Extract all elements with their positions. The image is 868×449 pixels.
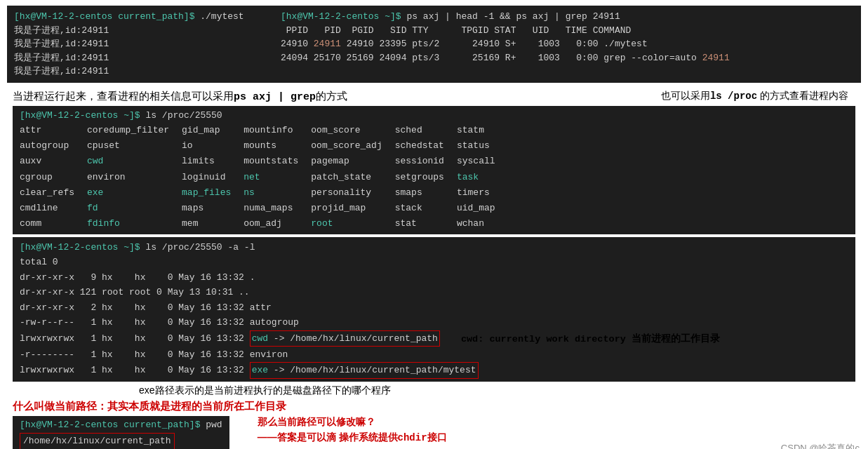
pwd-output-box: /home/hx/linux/current_path	[20, 433, 222, 449]
item-task: task	[457, 170, 495, 185]
ls-al-row-dot: dr-xr-xr-x 9 hx hx 0 May 16 13:32 .	[20, 270, 848, 285]
item-stack: stack	[395, 201, 444, 216]
output-line3: 我是子进程,id:24911	[14, 51, 281, 65]
pwd-cmd: [hx@VM-12-2-centos current_path]$ pwd	[20, 418, 222, 433]
ps-row2: 24094 25170 25169 24094 pts/3 25169 R+ 1…	[281, 51, 854, 65]
item-loginuid: loginuid	[182, 170, 231, 185]
pwd-command: pwd	[200, 420, 222, 430]
section1-title: 当进程运行起来，查看进程的相关信息可以采用ps axj | grep的方式	[13, 90, 347, 103]
item-comm: comm	[20, 216, 74, 232]
page: [hx@VM-12-2-centos current_path]$ ./myte…	[0, 0, 868, 449]
item-smaps: smaps	[395, 185, 444, 201]
item-net: net	[243, 170, 298, 185]
item-limits: limits	[182, 154, 231, 169]
item-sched: sched	[395, 123, 444, 138]
item-stat: stat	[395, 216, 444, 232]
content-area: 当进程运行起来，查看进程的相关信息可以采用ps axj | grep的方式 也可…	[7, 87, 861, 450]
item-fdinfo: fdinfo	[87, 216, 169, 232]
ls-al-row-dotdot: dr-xr-xr-x 121 root root 0 May 13 10:31 …	[20, 285, 848, 300]
output-line2: 我是子进程,id:24911	[14, 37, 281, 51]
terminal-right: [hx@VM-12-2-centos ~]$ ps axj | head -1 …	[281, 10, 854, 79]
ls-proc-output: attr autogroup auxv cgroup clear_refs cm…	[20, 123, 848, 232]
item-gidmap: gid_map	[182, 123, 231, 138]
ls-al-row-cwd-container: lrwxrwxrwx 1 hx hx 0 May 16 13:32 cwd ->…	[20, 330, 848, 347]
item-cgroup: cgroup	[20, 170, 74, 185]
item-mapfiles: map_files	[182, 185, 231, 201]
modify-answer: ——答案是可以滴 操作系统提供chdir接口	[258, 431, 447, 444]
item-clearrefs: clear_refs	[20, 185, 74, 201]
item-auxv: auxv	[20, 154, 74, 169]
col2: coredump_filter cpuset cwd environ exe f…	[87, 123, 169, 232]
item-io: io	[182, 138, 231, 154]
item-mem: mem	[182, 216, 231, 232]
col7: statm status syscall task timers uid_map…	[457, 123, 495, 232]
col6: sched schedstat sessionid setgroups smap…	[395, 123, 444, 232]
ps-header: PPID PID PGID SID TTY TPGID STAT UID TIM…	[281, 24, 854, 38]
cmd1: ./mytest	[194, 11, 243, 22]
item-ns: ns	[243, 185, 298, 201]
ls-al-row-cwd: lrwxrwxrwx 1 hx hx 0 May 16 13:32 cwd ->…	[20, 330, 440, 347]
output-line4: 我是子进程,id:24911	[14, 65, 281, 79]
col5: oom_score oom_score_adj pagemap patch_st…	[311, 123, 382, 232]
top-terminal: [hx@VM-12-2-centos current_path]$ ./myte…	[7, 6, 861, 83]
section1-also: 也可以采用ls /proc 的方式查看进程内容	[661, 90, 848, 102]
cmd2: ps axj | head -1 && ps axj | grep 24911	[401, 11, 620, 22]
terminal-left: [hx@VM-12-2-centos current_path]$ ./myte…	[14, 10, 281, 79]
modify-annotation: 那么当前路径可以修改嘛？ ——答案是可以滴 操作系统提供chdir接口	[258, 416, 447, 444]
item-exe: exe	[87, 185, 169, 201]
cwd-annotation: cwd: currently work directory 当前进程的工作目录	[461, 330, 720, 347]
col3: gid_map io limits loginuid map_files map…	[182, 123, 231, 232]
item-coredump: coredump_filter	[87, 123, 169, 138]
pwd-section: [hx@VM-12-2-centos current_path]$ pwd /h…	[13, 416, 855, 449]
item-timers: timers	[457, 185, 495, 201]
item-mounts: mounts	[243, 138, 298, 154]
ls-proc-command: ls /proc/25550	[140, 110, 222, 121]
item-uidmap: uid_map	[457, 201, 495, 216]
ls-al-row-exe: lrwxrwxrwx 1 hx hx 0 May 16 13:32 exe ->…	[20, 362, 848, 378]
item-mountstats: mountstats	[243, 154, 298, 169]
col1: attr autogroup auxv cgroup clear_refs cm…	[20, 123, 74, 232]
ls-al-row-attr: dr-xr-xr-x 2 hx hx 0 May 16 13:32 attr	[20, 300, 848, 315]
item-environ: environ	[87, 170, 169, 185]
item-root: root	[311, 216, 382, 232]
ls-al-terminal: [hx@VM-12-2-centos ~]$ ls /proc/25550 -a…	[13, 237, 855, 382]
ls-al-total: total 0	[20, 255, 848, 269]
item-personality: personality	[311, 185, 382, 201]
ls-proc-prompt: [hx@VM-12-2-centos ~]$	[20, 110, 140, 121]
item-autogroup: autogroup	[20, 138, 74, 154]
ls-al-prompt: [hx@VM-12-2-centos ~]$	[20, 242, 140, 253]
item-status: status	[457, 138, 495, 154]
ls-proc-cmd: [hx@VM-12-2-centos ~]$ ls /proc/25550	[20, 109, 848, 123]
ls-proc-terminal: [hx@VM-12-2-centos ~]$ ls /proc/25550 at…	[13, 106, 855, 234]
item-oomadj: oom_adj	[243, 216, 298, 232]
item-maps: maps	[182, 201, 231, 216]
output-line1: 我是子进程,id:24911	[14, 24, 281, 38]
item-cmdline: cmdline	[20, 201, 74, 216]
item-cpuset: cpuset	[87, 138, 169, 154]
ls-al-command: ls /proc/25550 -a -l	[140, 242, 255, 253]
prompt2: [hx@VM-12-2-centos ~]$	[281, 11, 401, 22]
exe-annotation: exe路径表示的是当前进程执行的是磁盘路径下的哪个程序	[139, 384, 855, 397]
item-statm: statm	[457, 123, 495, 138]
pwd-prompt: [hx@VM-12-2-centos current_path]$	[20, 420, 200, 430]
pwd-terminal: [hx@VM-12-2-centos current_path]$ pwd /h…	[13, 416, 229, 449]
item-pagemap: pagemap	[311, 154, 382, 169]
item-numamaps: numa_maps	[243, 201, 298, 216]
top-right-cmd: [hx@VM-12-2-centos ~]$ ps axj | head -1 …	[281, 10, 854, 24]
ls-al-cmd: [hx@VM-12-2-centos ~]$ ls /proc/25550 -a…	[20, 240, 848, 255]
item-oomscore: oom_score	[311, 123, 382, 138]
item-patchstate: patch_state	[311, 170, 382, 185]
col4: mountinfo mounts mountstats net ns numa_…	[243, 123, 298, 232]
csdn-watermark: CSDN @哈茶真的c	[781, 442, 860, 449]
ps-row1: 24910 24911 24910 23395 pts/2 24910 S+ 1…	[281, 37, 854, 51]
item-projidmap: projid_map	[311, 201, 382, 216]
item-schedstat: schedstat	[395, 138, 444, 154]
pwd-block: [hx@VM-12-2-centos current_path]$ pwd /h…	[13, 416, 229, 449]
item-sessionid: sessionid	[395, 154, 444, 169]
item-mountinfo: mountinfo	[243, 123, 298, 138]
item-oomscoreAdj: oom_score_adj	[311, 138, 382, 154]
pwd-output: /home/hx/linux/current_path	[20, 433, 175, 449]
ls-al-row-environ: -r-------- 1 hx hx 0 May 16 13:32 enviro…	[20, 347, 848, 362]
modify-question: 那么当前路径可以修改嘛？	[258, 416, 447, 429]
item-cwd: cwd	[87, 154, 169, 169]
